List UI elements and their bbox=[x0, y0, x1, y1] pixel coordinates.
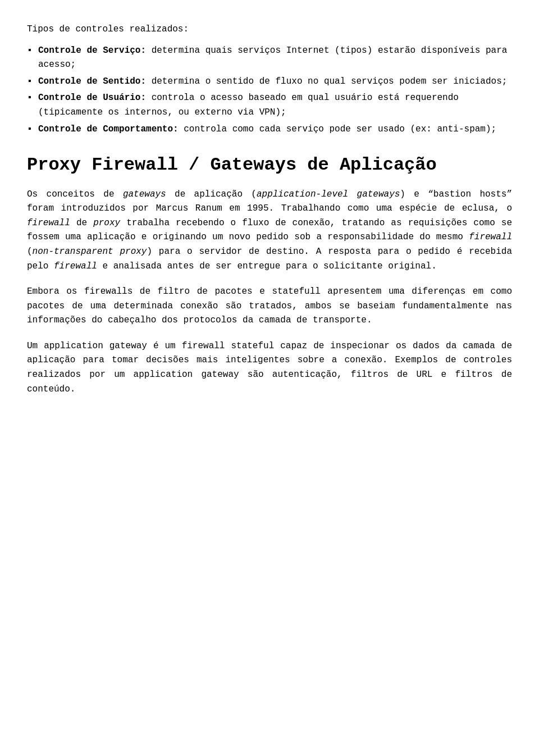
paragraph-2: Embora os firewalls de filtro de pacotes… bbox=[27, 285, 512, 328]
list-item: Controle de Usuário: controla o acesso b… bbox=[27, 91, 512, 120]
bullet-label-4: Controle de Comportamento: controla como… bbox=[38, 124, 496, 134]
list-item: Controle de Sentido: determina o sentido… bbox=[27, 75, 512, 89]
list-item: Controle de Serviço: determina quais ser… bbox=[27, 44, 512, 72]
section-heading: Proxy Firewall / Gateways de Aplicação bbox=[27, 154, 512, 176]
paragraph-1: Os conceitos de gateways de aplicação (a… bbox=[27, 188, 512, 274]
intro-label: Tipos de controles realizados: bbox=[27, 22, 512, 37]
main-content: Tipos de controles realizados: Controle … bbox=[27, 22, 512, 397]
list-item: Controle de Comportamento: controla como… bbox=[27, 122, 512, 137]
controls-list: Controle de Serviço: determina quais ser… bbox=[27, 44, 512, 137]
paragraph-3: Um application gateway é um firewall sta… bbox=[27, 339, 512, 397]
bullet-label-3: Controle de Usuário: controla o acesso b… bbox=[38, 93, 459, 117]
bullet-label-2: Controle de Sentido: determina o sentido… bbox=[38, 76, 507, 86]
bullet-label-1: Controle de Serviço: determina quais ser… bbox=[38, 45, 507, 70]
